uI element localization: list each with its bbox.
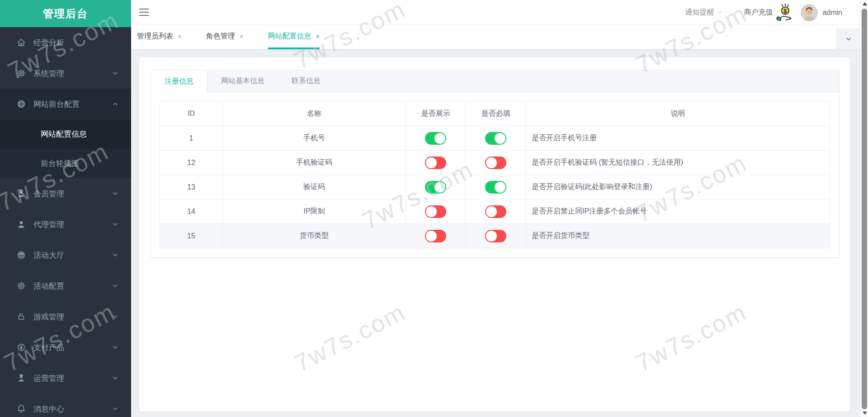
sidebar-item-payment-products[interactable]: 支付产品 [0,332,131,363]
cell-name: 手机验证码 [223,151,406,175]
sidebar-item-label: 支付产品 [33,342,64,353]
cell-id: 1 [160,126,223,151]
chevron-down-icon [845,35,852,43]
hand-coin-icon[interactable]: $ [775,3,795,22]
tab-site-config-info[interactable]: 网站配置信息 × [268,25,320,49]
col-header-name: 名称 [223,101,406,126]
lock-icon [16,312,26,322]
cell-id: 13 [160,175,223,199]
cell-remark: 是否开启禁止同IP注册多个会员帐号 [526,199,830,224]
chevron-up-icon [112,101,118,107]
sidebar-item-label: 活动大厅 [33,250,64,261]
tab-site-basic-info[interactable]: 网站基本信息 [208,71,278,92]
table-row: 12 手机验证码 是否开启手机验证码 (暂无短信接口，无法使用) [160,151,830,175]
table-row: 13 验证码 是否开启验证码(此处影响登录和注册) [160,175,830,199]
required-toggle[interactable] [485,132,506,145]
tab-overflow-dropdown[interactable] [836,28,860,50]
tab-register-info[interactable]: 注册信息 [151,71,208,93]
required-toggle[interactable] [485,156,506,169]
sidebar-item-site-front-config[interactable]: 网站前台配置 [0,89,131,119]
agent-icon [16,219,26,229]
config-card-tabs: 注册信息 网站基本信息 联系信息 [151,71,839,92]
table-row: 15 货币类型 是否开启货币类型 [160,224,830,248]
content-panel: 注册信息 网站基本信息 联系信息 ID 名称 是否展示 是否必填 [139,57,850,412]
chevron-down-icon [112,221,118,227]
vertical-scrollbar[interactable] [860,0,868,417]
sidebar-item-game-management[interactable]: 游戏管理 [0,301,131,332]
user-avatar[interactable] [801,4,818,21]
notifications-dropdown[interactable]: 通知提醒 [685,8,723,17]
cell-remark: 是否开启验证码(此处影响登录和注册) [526,175,830,199]
table-row: 14 IP限制 是否开启禁止同IP注册多个会员帐号 [160,199,830,224]
required-toggle[interactable] [485,181,506,194]
chevron-down-icon [112,283,118,289]
sidebar-item-label: 代理管理 [33,219,64,230]
merchant-recharge-link[interactable]: 商户充值 [744,8,773,17]
gear-icon [16,68,26,78]
tab-admin-list[interactable]: 管理员列表 × [137,25,182,49]
top-header: 通知提醒 商户充值 $ admin [131,0,860,25]
sidebar-item-business-analysis[interactable]: 经营分析 [0,27,131,58]
cell-id: 15 [160,224,223,248]
gift-icon [16,250,26,260]
sidebar-item-system-management[interactable]: 系统管理 [0,58,131,89]
scroll-up-arrow[interactable] [861,0,868,8]
show-toggle[interactable] [425,132,446,145]
cell-remark: 是否开启手机验证码 (暂无短信接口，无法使用) [526,151,830,175]
sidebar-item-label: 经营分析 [33,38,64,48]
cell-id: 14 [160,199,223,224]
sidebar-item-message-center[interactable]: 消息中心 [0,393,131,417]
sidebar-item-member-management[interactable]: 会员管理 [0,178,131,209]
cell-name: IP限制 [223,199,406,224]
hamburger-menu-icon[interactable] [139,9,149,16]
sidebar-subitem-site-config-info[interactable]: 网站配置信息 [0,119,131,149]
chevron-down-icon [112,406,118,412]
cell-remark: 是否开启手机号注册 [526,126,830,151]
username-label[interactable]: admin [822,9,842,17]
home-icon [16,38,26,47]
required-toggle[interactable] [485,230,506,242]
sidebar-subitem-front-carousel[interactable]: 前台轮播图 [0,149,131,178]
scrollbar-thumb[interactable] [862,9,867,409]
scroll-down-arrow[interactable] [861,409,868,417]
show-toggle[interactable] [425,156,446,169]
cell-name: 货币类型 [223,224,406,248]
table-row: 1 手机号 是否开启手机号注册 [160,126,830,151]
sidebar-item-label: 会员管理 [33,189,64,199]
sidebar-item-label: 网站前台配置 [33,99,80,109]
show-toggle[interactable] [425,181,446,194]
chevron-down-icon [717,9,723,15]
sidebar-item-agent-management[interactable]: 代理管理 [0,209,131,240]
tab-role-management[interactable]: 角色管理 × [206,25,244,49]
chevron-down-icon [112,252,118,258]
chevron-down-icon [112,70,118,76]
chevron-down-icon [112,344,118,351]
chevron-down-icon [112,375,118,381]
sidebar-item-label: 活动配置 [33,281,64,291]
tab-contact-info[interactable]: 联系信息 [278,71,334,92]
config-card: 注册信息 网站基本信息 联系信息 ID 名称 是否展示 是否必填 [151,70,840,258]
show-toggle[interactable] [425,205,446,218]
close-icon[interactable]: × [178,33,182,40]
gear-icon [16,281,26,291]
col-header-required: 是否必填 [466,101,526,126]
member-icon [16,189,26,199]
col-header-show: 是否展示 [406,101,466,126]
cell-name: 手机号 [223,126,406,151]
required-toggle[interactable] [485,205,506,218]
sidebar-subitem-label: 网站配置信息 [41,129,87,139]
app-logo: 管理后台 [0,0,131,27]
sidebar-subitem-label: 前台轮播图 [41,158,79,169]
sidebar-item-label: 消息中心 [33,404,64,414]
show-toggle[interactable] [425,230,446,242]
sidebar-item-activity-hall[interactable]: 活动大厅 [0,240,131,270]
close-icon[interactable]: × [316,33,320,40]
close-icon[interactable]: × [240,33,244,40]
sidebar-item-operation-management[interactable]: 运营管理 [0,363,131,393]
config-table: ID 名称 是否展示 是否必填 说明 1 手机号 [160,101,830,248]
sidebar-item-activity-config[interactable]: 活动配置 [0,270,131,301]
notifications-label: 通知提醒 [685,8,714,17]
table-header-row: ID 名称 是否展示 是否必填 说明 [160,101,830,126]
cell-name: 验证码 [223,175,406,199]
svg-text:$: $ [784,7,788,14]
